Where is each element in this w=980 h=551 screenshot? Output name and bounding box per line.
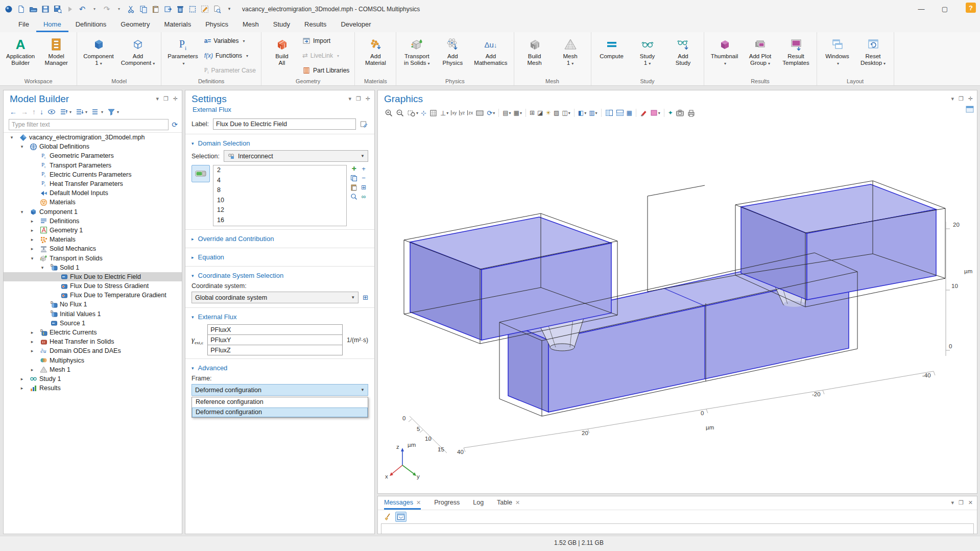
frame-option[interactable]: Reference configuration (192, 397, 368, 408)
overflow-menu-icon[interactable]: ▾ (225, 5, 234, 14)
tree-item[interactable]: ▾Global Definitions (4, 142, 182, 151)
go-to-default-view-icon[interactable]: ⊹ (420, 108, 427, 118)
tree-item[interactable]: ▸Results (4, 384, 182, 393)
cut-plane-icon[interactable]: ◪ (537, 108, 543, 118)
paste-selection-icon[interactable] (350, 183, 358, 191)
open-icon[interactable] (29, 5, 38, 14)
tree-item[interactable]: Default Model Inputs (4, 188, 182, 198)
domain-list-item[interactable]: 4 (213, 176, 346, 186)
back-icon[interactable]: ← (10, 108, 17, 115)
section-domain-selection[interactable]: ▾Domain Selection (185, 136, 374, 150)
add-material-button[interactable]: AddMaterial (358, 34, 393, 77)
tree-item[interactable]: Flux Due to Stress Gradient (4, 281, 182, 291)
tree-item[interactable]: PiTransport Parameters (4, 161, 182, 170)
thumbnail-button[interactable]: Thumbnail▾ (707, 34, 742, 77)
run-icon[interactable] (65, 5, 75, 14)
zoom-to-selection-icon[interactable] (350, 193, 358, 200)
grid-icon[interactable]: ⊞ (529, 108, 535, 118)
menu-tab-developer[interactable]: Developer (333, 18, 378, 32)
material-color-icon[interactable] (639, 108, 648, 118)
section-external-flux[interactable]: ▾External Flux (185, 310, 374, 324)
duplicate-icon[interactable] (163, 5, 173, 14)
view-selection-icon[interactable]: ∞ (360, 193, 368, 200)
float-panel-icon[interactable]: ❐ (163, 95, 169, 102)
scene-settings-icon[interactable]: ▤▾ (502, 108, 511, 118)
frame-dropdown[interactable]: Deformed configuration ▼ (192, 384, 368, 396)
study-button[interactable]: Study1▾ (630, 34, 665, 77)
move-up-icon[interactable]: ↑ (32, 108, 36, 115)
domain-list-item[interactable]: 8 (213, 185, 346, 196)
menu-tab-results[interactable]: Results (297, 18, 333, 32)
undo-icon[interactable]: ↶ (78, 5, 87, 14)
collapse-icon[interactable]: ▾ (39, 265, 45, 270)
close-icon[interactable]: ✕ (968, 499, 973, 506)
new-file-icon[interactable] (16, 5, 26, 14)
section-equation[interactable]: ▸Equation (185, 250, 374, 264)
zoom-out-icon[interactable] (395, 108, 405, 118)
tree-item[interactable]: PiGeometric Parameters (4, 151, 182, 160)
scene-light-icon[interactable]: ☀ (545, 108, 552, 118)
panel-menu-icon[interactable]: ▾ (348, 95, 351, 102)
panel-menu-icon[interactable]: ▾ (156, 95, 159, 102)
expand-icon[interactable]: ▸ (29, 246, 35, 251)
remove-from-selection-icon[interactable]: − (360, 174, 368, 182)
parameter-case-button[interactable]: PiParameter Case (204, 66, 256, 75)
expand-icon[interactable]: ▸ (29, 237, 35, 242)
save-as-icon[interactable] (53, 5, 62, 14)
tree-filter-input[interactable] (9, 119, 169, 130)
cut-icon[interactable] (127, 5, 136, 14)
animate-icon[interactable] (475, 108, 485, 118)
view-zx-icon[interactable]: zx (467, 108, 473, 118)
flux-y-input[interactable] (207, 334, 343, 345)
split-horizontal-icon[interactable] (605, 108, 614, 118)
menu-tab-mesh[interactable]: Mesh (235, 18, 266, 32)
paste-icon[interactable] (151, 5, 160, 14)
copy-selection-icon[interactable] (350, 174, 358, 182)
menu-tab-study[interactable]: Study (266, 18, 297, 32)
minimize-button[interactable]: — (910, 0, 933, 18)
compute-button[interactable]: Compute (594, 34, 629, 77)
highlight-icon[interactable] (200, 5, 209, 14)
tree-item[interactable]: Source 1 (4, 319, 182, 328)
domain-selection-list[interactable]: 248101216 (213, 165, 347, 226)
collapse-icon[interactable]: ▾ (9, 135, 15, 140)
dock-tab-table[interactable]: Table✕ (497, 499, 520, 510)
selection-color-icon[interactable]: ▾ (650, 108, 661, 118)
app-builder-button[interactable]: AApplicationBuilder (3, 34, 38, 77)
menu-tab-physics[interactable]: Physics (198, 18, 235, 32)
add-math-button[interactable]: Δu↓AddMathematics (471, 34, 510, 77)
build-all-button[interactable]: BuildAll (265, 34, 299, 77)
selection-list-icon[interactable]: ⊞ (360, 183, 368, 191)
tree-item[interactable]: Flux Due to Electric Field (4, 272, 182, 281)
copy-icon[interactable] (139, 5, 148, 14)
tree-item[interactable]: ▾Transport in Solids (4, 253, 182, 262)
expand-icon[interactable]: ▸ (29, 367, 35, 372)
redo-icon[interactable]: ↷ (102, 5, 111, 14)
clear-messages-icon[interactable] (383, 512, 393, 521)
view-yz-icon[interactable]: yz (459, 108, 465, 118)
pin-panel-icon[interactable]: ✛ (366, 95, 370, 102)
add-plot-group-button[interactable]: Add PlotGroup▾ (743, 34, 778, 77)
axis-orientation-icon[interactable]: ⊥▾ (440, 108, 449, 118)
tree-item[interactable]: ▸Materials (4, 235, 182, 244)
menu-tab-materials[interactable]: Materials (157, 18, 198, 32)
windows-button[interactable]: Windows▾ (820, 34, 855, 77)
collapse-icon[interactable]: ▾ (19, 144, 25, 149)
pin-panel-icon[interactable]: ✛ (968, 95, 973, 102)
collapse-icon[interactable]: ▾ (19, 209, 25, 214)
functions-button[interactable]: f(x)Functions▾ (204, 51, 256, 60)
menu-tab-home[interactable]: Home (36, 18, 68, 32)
open-message-window-icon[interactable] (395, 512, 407, 522)
tree-item[interactable]: ▸Study 1 (4, 374, 182, 384)
move-down-icon[interactable]: ↓ (40, 108, 43, 115)
reset-desktop-button[interactable]: ResetDesktop▾ (856, 34, 891, 77)
tree-item[interactable]: ▸Heat Transfer in Solids (4, 337, 182, 346)
float-panel-icon[interactable]: ❐ (356, 95, 361, 102)
expand-all-icon[interactable]: ▾ (60, 108, 71, 115)
wireframe-rendering-icon[interactable]: ◫▾ (561, 108, 570, 118)
domain-list-item[interactable]: 2 (213, 165, 346, 176)
menu-tab-definitions[interactable]: Definitions (68, 18, 114, 32)
section-coordinate-system[interactable]: ▾Coordinate System Selection (185, 269, 374, 282)
menu-tab-geometry[interactable]: Geometry (113, 18, 157, 32)
snapshot-icon[interactable] (675, 108, 685, 118)
